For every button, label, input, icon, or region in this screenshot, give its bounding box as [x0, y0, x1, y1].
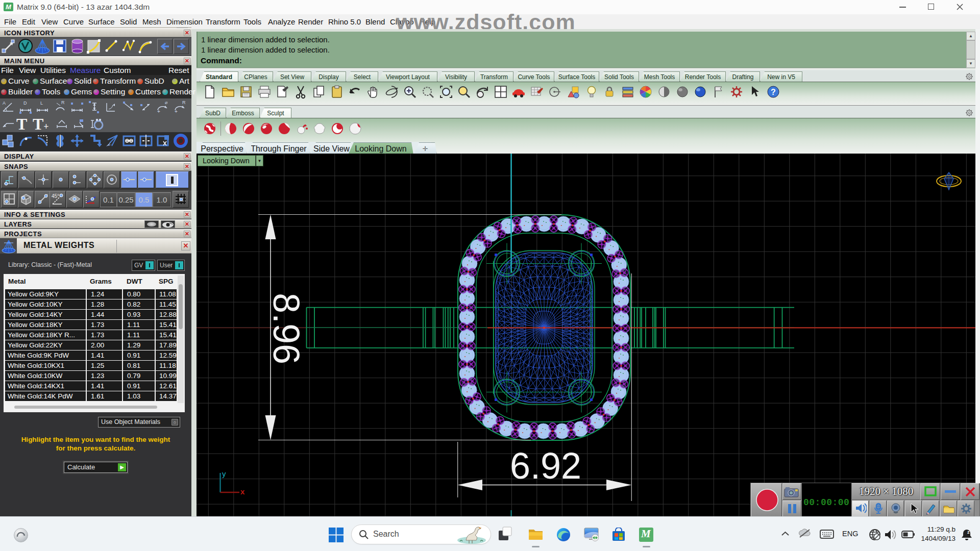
svg-text:A: A	[3, 101, 6, 106]
svg-text:R: R	[182, 100, 186, 105]
svg-text:R: R	[61, 100, 65, 105]
svg-text:45°: 45°	[52, 193, 59, 199]
svg-text:y: y	[222, 469, 226, 478]
svg-text:+: +	[175, 109, 178, 114]
svg-text:+: +	[157, 109, 160, 114]
svg-text:?: ?	[771, 88, 776, 96]
svg-text:D: D	[23, 101, 27, 106]
svg-text:x: x	[240, 487, 245, 496]
svg-text:⌀: ⌀	[165, 100, 168, 105]
svg-text:6.92: 6.92	[510, 445, 581, 486]
svg-text:8.96: 8.96	[266, 293, 307, 364]
svg-text:z: z	[967, 530, 970, 535]
svg-text:L: L	[40, 101, 43, 106]
